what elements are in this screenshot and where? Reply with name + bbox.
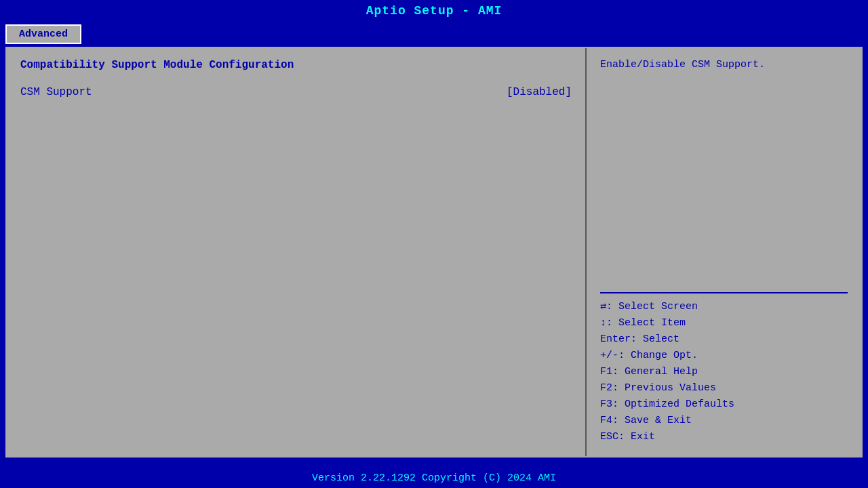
key-f4-save: F4: Save & Exit [600, 413, 848, 429]
right-panel: Enable/Disable CSM Support. ⇄: Select Sc… [587, 48, 861, 456]
config-label-csm: CSM Support [20, 86, 92, 98]
key-f3-optimized: F3: Optimized Defaults [600, 396, 848, 413]
tab-bar: Advanced [0, 22, 868, 44]
key-bindings: ⇄: Select Screen ↕: Select Item Enter: S… [600, 299, 848, 445]
key-esc-exit: ESC: Exit [600, 429, 848, 445]
app-title: Aptio Setup - AMI [0, 0, 868, 22]
divider [600, 292, 848, 293]
key-select-screen: ⇄: Select Screen [600, 299, 848, 315]
key-select-item: ↕: Select Item [600, 315, 848, 331]
left-panel: Compatibility Support Module Configurati… [7, 48, 587, 456]
config-row-csm[interactable]: CSM Support [Disabled] [20, 85, 572, 100]
config-value-csm: [Disabled] [507, 86, 572, 98]
key-enter-select: Enter: Select [600, 331, 848, 348]
key-change-opt: +/-: Change Opt. [600, 348, 848, 364]
key-f1-help: F1: General Help [600, 364, 848, 380]
key-f2-previous: F2: Previous Values [600, 380, 848, 396]
help-text: Enable/Disable CSM Support. [600, 59, 848, 280]
section-title: Compatibility Support Module Configurati… [20, 59, 572, 71]
footer: Version 2.22.1292 Copyright (C) 2024 AMI [0, 468, 868, 488]
main-content: Compatibility Support Module Configurati… [5, 47, 863, 458]
tab-advanced[interactable]: Advanced [5, 24, 81, 44]
